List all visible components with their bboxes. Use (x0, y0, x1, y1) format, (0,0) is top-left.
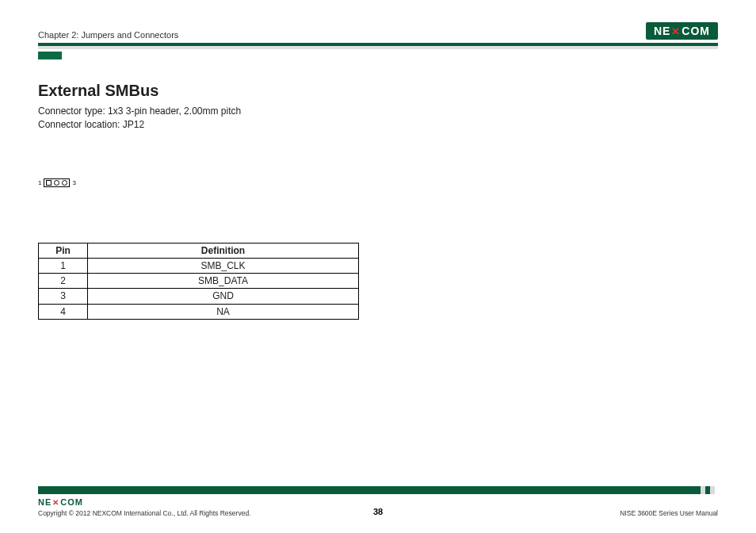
chapter-label: Chapter 2: Jumpers and Connectors (38, 30, 178, 40)
connector-location: Connector location: JP12 (38, 118, 718, 132)
th-definition: Definition (88, 243, 359, 258)
table-row: 2 SMB_DATA (39, 274, 359, 289)
logo-x-icon: ✕ (52, 498, 59, 507)
diagram-right-label: 3 (72, 179, 75, 186)
table-row: 1 SMB_CLK (39, 258, 359, 273)
logo-pre: NE (38, 497, 52, 507)
pin2-circle-icon (54, 180, 59, 186)
footer-rule (38, 486, 701, 494)
manual-name: NISE 3600E Series User Manual (620, 509, 718, 517)
cell-pin: 3 (39, 289, 88, 304)
logo-pre: NE (654, 25, 670, 37)
header-box-icon (44, 178, 70, 187)
cell-def: GND (88, 289, 359, 304)
copyright-text: Copyright © 2012 NEXCOM International Co… (38, 509, 250, 517)
page-footer: NE✕COM Copyright © 2012 NEXCOM Internati… (38, 486, 718, 517)
cell-pin: 4 (39, 304, 88, 319)
pin1-square-icon (46, 180, 52, 186)
table-row: 4 NA (39, 304, 359, 319)
connector-diagram: 1 3 (38, 178, 718, 187)
brand-logo-bottom: NE✕COM (38, 497, 83, 507)
diagram-left-label: 1 (38, 179, 41, 186)
table-header-row: Pin Definition (39, 243, 359, 258)
logo-x-icon: ✕ (671, 25, 681, 37)
brand-logo-top: NE✕COM (646, 22, 718, 40)
connector-type: Connector type: 1x3 3-pin header, 2.00mm… (38, 105, 718, 118)
header-rule (38, 43, 718, 59)
pin-definition-table: Pin Definition 1 SMB_CLK 2 SMB_DATA 3 GN… (38, 243, 359, 320)
footer-marks-icon (701, 486, 718, 494)
cell-pin: 2 (39, 274, 88, 289)
pin3-circle-icon (62, 180, 67, 186)
th-pin: Pin (39, 243, 88, 258)
page-number: 38 (373, 507, 383, 516)
cell-pin: 1 (39, 258, 88, 273)
logo-post: COM (682, 25, 710, 37)
cell-def: SMB_CLK (88, 258, 359, 273)
logo-post: COM (60, 497, 83, 507)
table-row: 3 GND (39, 289, 359, 304)
section-title: External SMBus (38, 82, 718, 100)
cell-def: SMB_DATA (88, 274, 359, 289)
cell-def: NA (88, 304, 359, 319)
